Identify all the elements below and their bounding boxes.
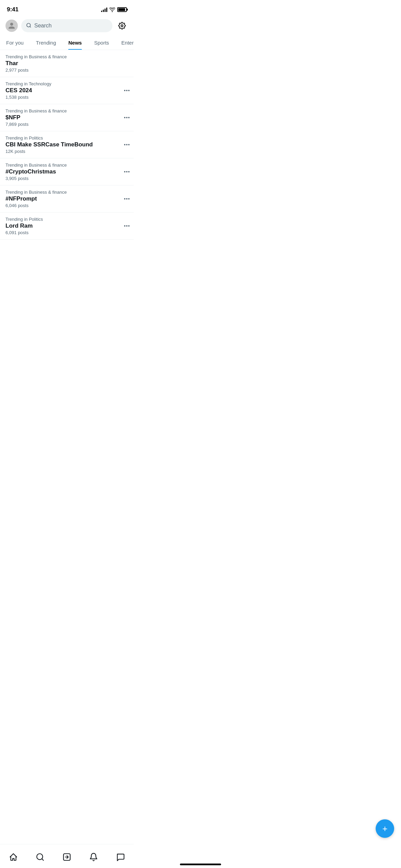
trend-posts: 2,977 posts (5, 68, 128, 73)
more-options-button[interactable] (124, 90, 130, 91)
more-options-button[interactable] (124, 198, 130, 200)
trend-title: CBI Make SSRCase TimeBound (5, 141, 128, 148)
trend-item-lordram[interactable]: Trending in Politics Lord Ram 6,091 post… (0, 213, 134, 240)
trend-title: $NFP (5, 114, 128, 121)
tab-news[interactable]: News (62, 36, 88, 50)
settings-icon[interactable] (116, 20, 128, 32)
tab-for-you[interactable]: For you (0, 36, 30, 50)
more-options-button[interactable] (124, 225, 130, 227)
nav-tabs: For you Trending News Sports Entertainme… (0, 36, 134, 50)
more-options-button[interactable] (124, 144, 130, 145)
trend-posts: 6,046 posts (5, 203, 128, 208)
trend-title: CES 2024 (5, 87, 128, 94)
trend-category: Trending in Business & finance (5, 162, 128, 168)
search-bar[interactable]: Search (21, 19, 112, 32)
trending-content: Trending in Business & finance Thar 2,97… (0, 50, 134, 240)
wifi-icon (109, 8, 115, 12)
search-placeholder: Search (34, 23, 52, 29)
signal-icon (101, 7, 107, 12)
status-bar: 9:41 (0, 0, 134, 17)
trend-category: Trending in Politics (5, 217, 128, 222)
trend-title: Lord Ram (5, 222, 128, 229)
trend-item-ces2024[interactable]: Trending in Technology CES 2024 1,538 po… (0, 77, 134, 104)
trend-title: Thar (5, 60, 128, 67)
trend-title: #NFPrompt (5, 195, 128, 202)
avatar[interactable] (5, 20, 18, 32)
trend-item-cbi[interactable]: Trending in Politics CBI Make SSRCase Ti… (0, 131, 134, 158)
more-options-button[interactable] (124, 117, 130, 118)
trend-posts: 7,869 posts (5, 122, 128, 127)
search-icon (26, 23, 32, 29)
status-time: 9:41 (7, 6, 19, 13)
trend-category: Trending in Technology (5, 81, 128, 86)
trend-posts: 3,905 posts (5, 176, 128, 181)
battery-icon (117, 7, 127, 12)
trend-item-cryptochristmas[interactable]: Trending in Business & finance #CryptoCh… (0, 158, 134, 185)
trend-item-nfp[interactable]: Trending in Business & finance $NFP 7,86… (0, 104, 134, 131)
svg-point-0 (27, 23, 31, 27)
tab-sports[interactable]: Sports (88, 36, 115, 50)
trend-category: Trending in Business & finance (5, 190, 128, 195)
trend-posts: 6,091 posts (5, 230, 128, 235)
tab-entertainment[interactable]: Entertainment (115, 36, 134, 50)
trend-item-thar[interactable]: Trending in Business & finance Thar 2,97… (0, 50, 134, 77)
svg-point-1 (121, 25, 123, 27)
trend-posts: 1,538 posts (5, 95, 128, 100)
trend-category: Trending in Business & finance (5, 108, 128, 113)
trend-title: #CryptoChristmas (5, 168, 128, 175)
trend-item-nfprompt[interactable]: Trending in Business & finance #NFPrompt… (0, 185, 134, 213)
trend-category: Trending in Business & finance (5, 54, 128, 59)
status-icons (101, 7, 127, 12)
trend-category: Trending in Politics (5, 135, 128, 141)
trend-posts: 12K posts (5, 149, 128, 154)
tab-trending[interactable]: Trending (30, 36, 62, 50)
header: Search (0, 17, 134, 36)
more-options-button[interactable] (124, 171, 130, 172)
